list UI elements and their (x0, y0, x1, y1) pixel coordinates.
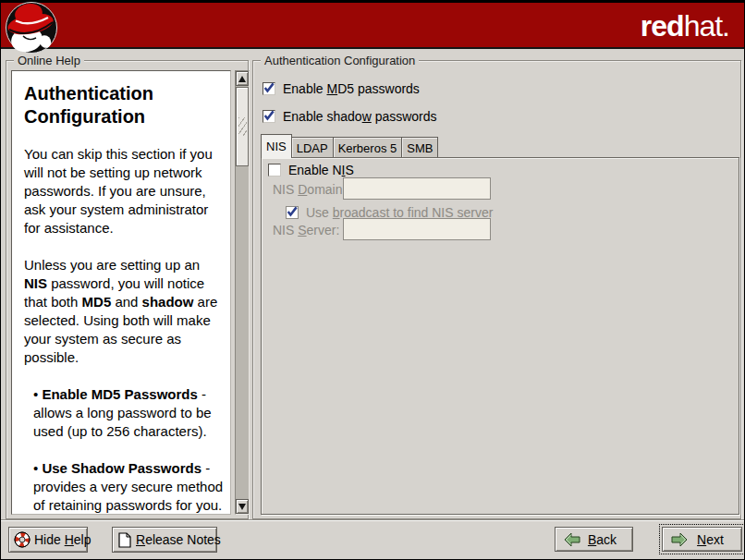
auth-tab-bar: NIS LDAP Kerberos 5 SMB (261, 134, 437, 158)
help-paragraph: Unless you are setting up an NIS passwor… (24, 256, 225, 367)
back-button-label: Back (580, 532, 624, 547)
enable-nis-checkbox-row[interactable]: Enable NIS (268, 163, 354, 177)
release-notes-label: Release Notes (136, 532, 221, 547)
installer-window: redhat. Online Help Authentication Confi… (0, 0, 745, 560)
checkmark-icon (263, 109, 275, 122)
shadow-checkbox-row[interactable]: Enable shadow passwords (263, 109, 437, 124)
help-paragraph: You can skip this section if you will no… (24, 145, 225, 237)
redhat-wordmark: redhat. (641, 7, 729, 44)
redhat-wordmark-rest: hat. (684, 9, 729, 43)
broadcast-checkbox[interactable] (286, 206, 299, 219)
scroll-up-button[interactable] (236, 71, 249, 86)
next-button-label: Next (688, 532, 733, 547)
help-bullet-shadow: • Use Shadow Passwords - provides a very… (24, 459, 225, 515)
tab-ldap[interactable]: LDAP (291, 137, 334, 158)
tab-kerberos5[interactable]: Kerberos 5 (333, 137, 403, 158)
scroll-down-button[interactable] (236, 499, 249, 514)
arrow-down-icon (238, 504, 246, 510)
nis-server-label: NIS Server: (273, 223, 339, 237)
scrollbar-thumb[interactable] (236, 87, 249, 166)
online-help-frame: Online Help Authentication Configuration… (6, 60, 249, 519)
nis-domain-label: NIS Domain: (273, 182, 346, 197)
help-scrollbar[interactable] (235, 70, 250, 515)
nis-domain-input[interactable] (343, 177, 491, 200)
auth-config-frame-label: Authentication Configuration (261, 54, 419, 67)
redhat-banner: redhat. (1, 1, 744, 49)
nis-tab-page: Enable NIS NIS Domain: Use broadcast to … (261, 157, 739, 515)
help-title: Authentication Configuration (24, 82, 225, 128)
help-text-area: Authentication Configuration You can ski… (11, 70, 231, 515)
hide-help-label: Hide Help (34, 532, 92, 547)
help-bullet-md5: • Enable MD5 Passwords - allows a long p… (24, 385, 225, 441)
lifebuoy-icon (14, 531, 31, 548)
back-arrow-icon (564, 532, 580, 547)
document-icon (118, 532, 131, 548)
nis-server-input[interactable] (343, 218, 491, 240)
md5-checkbox-label: Enable MD5 passwords (283, 81, 420, 96)
md5-checkbox[interactable] (263, 82, 275, 95)
hide-help-button[interactable]: Hide Help (8, 527, 88, 553)
checkmark-icon (263, 81, 275, 94)
enable-nis-checkbox-label: Enable NIS (288, 163, 354, 177)
redhat-wordmark-bold: red (641, 9, 684, 43)
next-button[interactable]: Next (662, 527, 742, 552)
back-button[interactable]: Back (555, 527, 633, 552)
checkmark-icon (286, 205, 299, 218)
md5-checkbox-row[interactable]: Enable MD5 passwords (263, 81, 420, 96)
release-notes-button[interactable]: Release Notes (112, 527, 217, 553)
enable-nis-checkbox[interactable] (268, 164, 281, 177)
shadow-checkbox-label: Enable shadow passwords (283, 109, 437, 124)
tab-nis[interactable]: NIS (261, 134, 292, 158)
shadow-checkbox[interactable] (263, 110, 275, 123)
next-arrow-icon (671, 532, 688, 547)
redhat-shadowman-icon (5, 1, 58, 56)
auth-config-frame: Authentication Configuration Enable MD5 … (252, 60, 741, 519)
footer-separator (1, 519, 744, 521)
arrow-up-icon (238, 76, 246, 82)
tab-smb[interactable]: SMB (401, 137, 438, 158)
